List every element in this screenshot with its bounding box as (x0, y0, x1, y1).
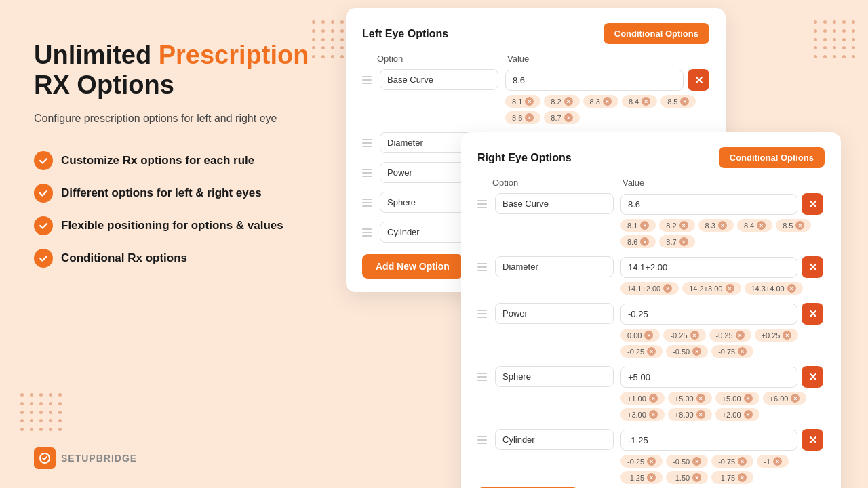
tag-close[interactable]: × (744, 394, 753, 403)
tag-close[interactable]: × (692, 457, 701, 466)
hero-subtitle: Configure prescription options for left … (34, 110, 312, 127)
option-input[interactable] (495, 193, 614, 214)
tag-close[interactable]: × (692, 347, 701, 356)
value-input[interactable] (620, 257, 797, 278)
tag-close[interactable]: × (640, 221, 649, 230)
tags-row: +1.00 × +5.00 × +5.00 × +6.00 × +3.00 (620, 392, 823, 421)
tag-label: 8.4 (629, 98, 639, 106)
tag-close[interactable]: × (525, 97, 534, 106)
tag-close[interactable]: × (663, 284, 672, 293)
tag-close[interactable]: × (649, 394, 658, 403)
delete-btn[interactable]: ✕ (802, 303, 823, 325)
tag-close[interactable]: × (692, 473, 701, 482)
tag: 8.6 × (620, 235, 656, 248)
drag-handle[interactable] (477, 436, 488, 444)
tag: 8.7 × (659, 235, 694, 248)
left-add-btn[interactable]: Add New Option (362, 254, 463, 279)
option-input[interactable] (380, 69, 498, 90)
tag-close[interactable]: × (564, 97, 573, 106)
tag: -1.75 × (711, 471, 753, 484)
tag-close[interactable]: × (696, 394, 705, 403)
tag: 14.3+4.00 × (745, 282, 803, 295)
tag-close[interactable]: × (647, 473, 656, 482)
tag: +0.25 × (755, 329, 799, 342)
tag-close[interactable]: × (564, 113, 573, 122)
tag-close[interactable]: × (649, 410, 658, 419)
tag-close[interactable]: × (744, 410, 753, 419)
tag-close[interactable]: × (690, 331, 699, 340)
tag-close[interactable]: × (644, 331, 653, 340)
value-input[interactable] (620, 430, 797, 451)
drag-handle[interactable] (362, 199, 373, 207)
tag: -0.25 × (709, 329, 751, 342)
tag-close[interactable]: × (680, 97, 689, 106)
left-conditional-btn[interactable]: Conditional Options (604, 23, 709, 44)
delete-btn[interactable]: ✕ (802, 366, 823, 388)
feature-item: Customize Rx options for each rule (34, 151, 312, 170)
tag-close[interactable]: × (773, 457, 782, 466)
drag-handle[interactable] (477, 310, 488, 318)
tag-label: -0.75 (718, 458, 735, 466)
tag-close[interactable]: × (726, 284, 734, 293)
tag: -0.75 × (711, 455, 753, 468)
tag-close[interactable]: × (718, 221, 727, 230)
delete-btn[interactable]: ✕ (688, 69, 709, 91)
drag-handle[interactable] (477, 263, 488, 271)
value-main-row: ✕ (620, 193, 823, 215)
option-input[interactable] (495, 366, 614, 387)
value-input[interactable] (620, 367, 797, 388)
value-input[interactable] (620, 304, 797, 325)
tag-close[interactable]: × (525, 113, 534, 122)
tag-close[interactable]: × (696, 410, 705, 419)
tag: 8.7 × (544, 111, 579, 124)
drag-handle[interactable] (477, 373, 488, 381)
drag-handle[interactable] (362, 139, 373, 147)
delete-btn[interactable]: ✕ (802, 256, 823, 278)
tag-label: +6.00 (770, 394, 789, 403)
left-card-header: Left Eye Options Conditional Options (362, 23, 709, 44)
value-input[interactable] (505, 70, 684, 91)
tag-close[interactable]: × (647, 457, 656, 466)
tag-label: +2.00 (722, 411, 741, 419)
tags-row: 0.00 × -0.25 × -0.25 × +0.25 × -0.25 × (620, 329, 823, 358)
tag-close[interactable]: × (783, 331, 791, 340)
tag-label: 14.1+2.00 (627, 285, 660, 293)
tag: 8.2 × (544, 95, 579, 108)
right-conditional-btn[interactable]: Conditional Options (719, 147, 825, 168)
tag-close[interactable]: × (736, 331, 745, 340)
drag-handle[interactable] (477, 200, 488, 208)
feature-item: Conditional Rx options (34, 249, 312, 268)
delete-btn[interactable]: ✕ (802, 429, 823, 451)
tag-close[interactable]: × (757, 221, 766, 230)
tag-close[interactable]: × (795, 221, 804, 230)
tag-close[interactable]: × (738, 457, 747, 466)
tag-label: 8.5 (667, 98, 677, 106)
right-options-scroll[interactable]: ✕ 8.1 × 8.2 × 8.3 × 8.4 × (477, 193, 825, 485)
value-main-row: ✕ (620, 366, 823, 388)
drag-handle[interactable] (362, 169, 373, 177)
drag-handle[interactable] (362, 76, 373, 84)
drag-handle[interactable] (362, 228, 373, 237)
tag-close[interactable]: × (640, 237, 649, 246)
tag-close[interactable]: × (679, 221, 688, 230)
tag-close[interactable]: × (642, 97, 650, 106)
tag-close[interactable]: × (679, 237, 688, 246)
option-input[interactable] (495, 303, 614, 324)
value-input[interactable] (620, 194, 797, 215)
tag-close[interactable]: × (738, 347, 747, 356)
option-input[interactable] (495, 256, 614, 277)
tag-label: 0.00 (627, 331, 642, 340)
tag: +2.00 × (715, 408, 760, 421)
tag-close[interactable]: × (738, 473, 747, 482)
tag-close[interactable]: × (603, 97, 612, 106)
check-icon (34, 184, 53, 203)
tag: -0.25 × (620, 345, 663, 358)
tag-label: 8.3 (705, 222, 715, 230)
tag-close[interactable]: × (791, 394, 800, 403)
tag: +1.00 × (620, 392, 665, 405)
option-input[interactable] (495, 429, 614, 450)
right-col-headers: Option Value (477, 178, 825, 188)
delete-btn[interactable]: ✕ (802, 193, 823, 215)
tag-close[interactable]: × (787, 284, 796, 293)
tag-close[interactable]: × (647, 347, 656, 356)
